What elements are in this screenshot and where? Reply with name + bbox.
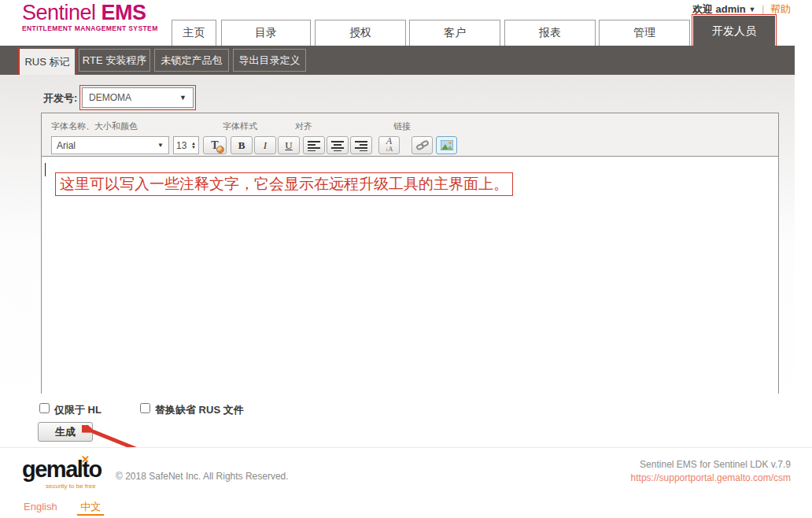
insert-link-button[interactable] [412, 136, 433, 154]
developer-id-value: DEMOMA [89, 92, 131, 103]
chevron-down-icon: ▼ [157, 142, 164, 149]
welcome-user-menu[interactable]: 欢迎 admin [692, 3, 746, 15]
font-color-icon: T [211, 139, 218, 152]
chevron-down-icon[interactable]: ▼ [748, 6, 755, 13]
editor-toolbar: 字体名称、大小和颜色 字体样式 对齐 链接 Arial ▼ 13 ▲ ▼ T B… [42, 113, 778, 157]
version-text: Sentinel EMS for Sentinel LDK v.7.9 [631, 459, 791, 470]
align-left-icon [308, 140, 320, 151]
insert-image-button[interactable] [436, 136, 457, 154]
italic-button[interactable]: I [254, 136, 276, 154]
generate-button[interactable]: 生成 [38, 422, 93, 442]
brand-subtitle: ENTITLEMENT MANAGEMENT SYSTEM [22, 24, 158, 32]
sparkle-icon: ✕ [81, 453, 90, 465]
font-size-value: 13 [176, 140, 186, 151]
tab-reports[interactable]: 报表 [504, 20, 596, 46]
copyright-text: © 2018 SafeNet Inc. All Rights Reserved. [116, 471, 289, 482]
font-case-icon: A↓A [386, 138, 393, 153]
font-family-value: Arial [57, 140, 76, 151]
align-left-button[interactable] [303, 136, 325, 154]
style-group-label: 字体样式 [223, 120, 257, 132]
brand-logo-light: Sentinel [22, 1, 96, 24]
font-group-label: 字体名称、大小和颜色 [51, 120, 138, 132]
brand-logo-bold: EMS [102, 1, 146, 24]
tab-home[interactable]: 主页 [172, 20, 216, 46]
tab-admin[interactable]: 管理 [599, 20, 690, 46]
sentinel-ems-page: Sentinel EMS ENTITLEMENT MANAGEMENT SYST… [0, 0, 812, 518]
language-link-english[interactable]: English [24, 501, 57, 512]
stepper-down-icon[interactable]: ▼ [191, 146, 196, 150]
tab-entitlements[interactable]: 授权 [315, 20, 406, 46]
font-family-select[interactable]: Arial ▼ [51, 136, 169, 154]
help-link[interactable]: 帮助 [770, 3, 791, 15]
version-block: Sentinel EMS for Sentinel LDK v.7.9 http… [631, 459, 791, 483]
support-portal-link[interactable]: https://supportportal.gemalto.com/csm [631, 472, 791, 483]
subtab-unlocked-packages[interactable]: 未锁定产品包 [154, 49, 229, 72]
hl-only-label[interactable]: 仅限于 HL [54, 403, 102, 417]
align-right-icon [355, 140, 367, 151]
text-cursor [45, 163, 46, 176]
developer-id-label: 开发号: [43, 91, 77, 105]
subnav-bar: RUS 标记 RTE 安装程序 未锁定产品包 导出目录定义 [0, 46, 795, 75]
brand-logo: Sentinel EMS [22, 1, 146, 25]
replace-rus-label[interactable]: 替换缺省 RUS 文件 [155, 403, 244, 417]
align-center-button[interactable] [327, 136, 349, 154]
link-icon [416, 140, 429, 151]
tab-catalog[interactable]: 目录 [221, 20, 311, 46]
font-color-button[interactable]: T [203, 136, 227, 154]
rus-note-editor: 字体名称、大小和颜色 字体样式 对齐 链接 Arial ▼ 13 ▲ ▼ T B… [41, 113, 779, 394]
align-group-label: 对齐 [295, 120, 312, 132]
bold-button[interactable]: B [231, 136, 253, 154]
hl-only-checkbox[interactable] [39, 403, 50, 413]
link-group-label: 链接 [393, 120, 411, 132]
footer: gemalto ✕ security to be free © 2018 Saf… [0, 447, 812, 518]
subtab-rus-tag[interactable]: RUS 标记 [20, 49, 75, 75]
align-right-button[interactable] [350, 136, 372, 154]
font-size-stepper[interactable]: 13 ▲ ▼ [173, 136, 199, 154]
divider: | [762, 3, 764, 15]
gemalto-tagline: security to be free [46, 483, 96, 490]
annotation-note-text: 这里可以写入一些注释文字，它会显示在远程升级工具的主界面上。 [55, 172, 513, 196]
image-icon [441, 140, 453, 150]
welcome-bar: 欢迎 admin ▼ | 帮助 [692, 2, 791, 17]
subtab-rte-installer[interactable]: RTE 安装程序 [79, 49, 150, 72]
chevron-down-icon: ▼ [179, 94, 186, 102]
subtab-export-catalog[interactable]: 导出目录定义 [233, 49, 306, 72]
underline-button[interactable]: U [278, 136, 300, 154]
tab-customers[interactable]: 客户 [409, 20, 500, 46]
editor-text-area[interactable]: 这里可以写入一些注释文字，它会显示在远程升级工具的主界面上。 [42, 157, 778, 394]
align-center-icon [331, 140, 344, 151]
language-link-chinese[interactable]: 中文 [77, 501, 104, 516]
developer-id-select[interactable]: DEMOMA ▼ [82, 87, 194, 108]
replace-rus-checkbox[interactable] [140, 403, 150, 413]
tab-developer[interactable]: 开发人员 [693, 16, 775, 46]
language-switcher: English 中文 [24, 500, 104, 514]
font-case-button[interactable]: A↓A [378, 136, 400, 154]
